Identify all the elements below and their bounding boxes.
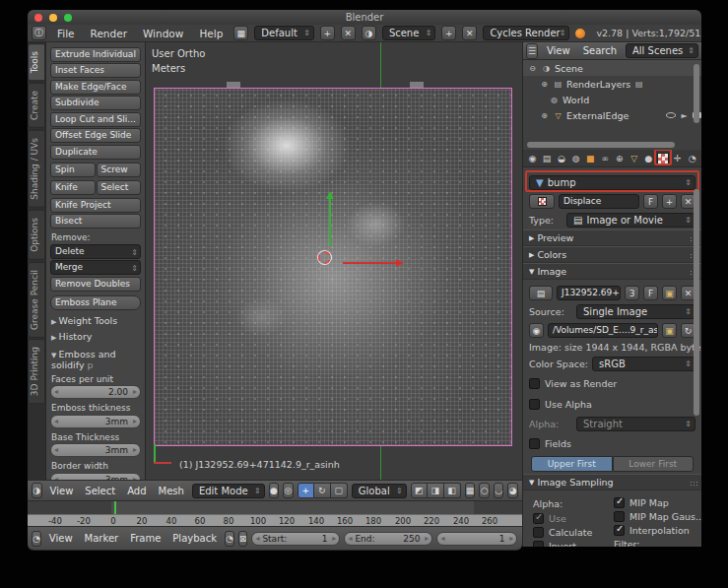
texture-datablock-icon[interactable]: [529, 194, 555, 209]
texture-type-select[interactable]: ▤ Image or Movie: [566, 213, 695, 228]
tab-options[interactable]: Options: [28, 210, 45, 260]
menu-tl-frame[interactable]: Frame: [126, 533, 165, 544]
tab-world-icon[interactable]: ◍: [569, 152, 582, 165]
render-opengl-icon[interactable]: ◕: [507, 483, 518, 498]
calculate-checkbox[interactable]: Calculate: [533, 527, 610, 538]
editor-type-outliner-icon[interactable]: ☰: [526, 43, 538, 59]
outliner-row-scene[interactable]: ⊖ ◑ Scene: [523, 60, 701, 76]
window-titlebar[interactable]: Blender: [28, 10, 701, 25]
delete-menu[interactable]: Delete: [50, 244, 141, 259]
menu-view[interactable]: View: [46, 486, 78, 496]
outliner-v-scrollbar[interactable]: [694, 64, 699, 123]
tab-particles-icon[interactable]: ✛: [672, 152, 685, 165]
expand-icon[interactable]: ⊕: [539, 110, 550, 121]
tab-render-layers-icon[interactable]: ▤: [541, 152, 554, 165]
extrude-individual-button[interactable]: Extrude Individual: [50, 47, 141, 62]
translate-manipulator-y[interactable]: [329, 195, 331, 246]
menu-mesh[interactable]: Mesh: [155, 486, 188, 496]
menu-file[interactable]: File: [52, 28, 80, 39]
tab-material-icon[interactable]: ●: [642, 152, 655, 165]
lower-first-toggle[interactable]: Lower First: [613, 456, 695, 472]
alpha-mode-select[interactable]: Straight: [576, 417, 695, 431]
outliner-row-world[interactable]: ◍ World: [523, 92, 701, 107]
use-alpha-checkbox[interactable]: Use Alpha: [529, 399, 592, 410]
render-engine-select[interactable]: Cycles Render: [483, 26, 569, 40]
colorspace-select[interactable]: sRGB: [592, 357, 695, 371]
tab-object-icon[interactable]: ■: [584, 152, 597, 165]
vertex-select-icon[interactable]: ◩: [411, 483, 428, 498]
add-layout-button[interactable]: +: [320, 26, 335, 40]
remove-doubles-button[interactable]: Remove Doubles: [50, 277, 141, 292]
open-image-icon[interactable]: ▣: [662, 286, 677, 300]
colors-panel-header[interactable]: Colors: [523, 246, 701, 263]
screw-button[interactable]: Screw: [97, 163, 142, 177]
faces-per-unit-slider[interactable]: 2.00: [50, 385, 141, 399]
3d-cursor[interactable]: [318, 251, 331, 264]
rotate-manipulator-icon[interactable]: ↻: [314, 483, 331, 498]
collapse-icon[interactable]: ⊖: [527, 63, 538, 74]
delete-layout-button[interactable]: ✕: [341, 26, 356, 40]
menu-help[interactable]: Help: [194, 28, 228, 39]
end-frame-field[interactable]: End: 250: [344, 532, 432, 546]
knife-select-button[interactable]: Select: [97, 180, 142, 195]
tab-scene-icon[interactable]: ◒: [556, 152, 568, 165]
tab-tools[interactable]: Tools: [28, 43, 45, 81]
duplicate-button[interactable]: Duplicate: [50, 145, 141, 160]
tab-3d-printing[interactable]: 3D Printing: [28, 339, 45, 404]
menu-select[interactable]: Select: [81, 486, 119, 496]
tab-constraints-icon[interactable]: ∞: [599, 152, 612, 165]
editor-type-3dview-icon[interactable]: ◑: [32, 483, 42, 498]
inset-faces-button[interactable]: Inset Faces: [50, 63, 141, 78]
fake-user-button[interactable]: F: [643, 194, 658, 209]
emboss-plane-button[interactable]: Emboss Plane: [50, 295, 141, 310]
tab-shading-uvs[interactable]: Shading / UVs: [28, 130, 45, 208]
emboss-thickness-slider[interactable]: 3mm: [50, 415, 141, 428]
transform-orientation-select[interactable]: Global: [352, 484, 407, 498]
scene-browse-icon[interactable]: ◑: [362, 26, 376, 40]
preview-panel-header[interactable]: Preview: [523, 229, 701, 246]
texture-name-field[interactable]: Displace: [559, 194, 639, 209]
view-as-render-checkbox[interactable]: View as Render: [529, 378, 617, 389]
expand-icon[interactable]: ⊕: [539, 79, 550, 90]
outliner-row-externaledge[interactable]: ⊕ ▽ ExternalEdge ►: [523, 107, 701, 123]
timeline-ruler[interactable]: -40 -20 0 20 40 60 80 100 120 140 160 18…: [28, 501, 522, 526]
face-select-icon[interactable]: ◧: [444, 483, 461, 498]
screen-layout-select[interactable]: Default: [254, 26, 314, 40]
scale-manipulator-icon[interactable]: ▢: [331, 483, 348, 498]
history-panel[interactable]: History: [51, 331, 141, 342]
make-edge-face-button[interactable]: Make Edge/Face: [50, 80, 141, 95]
base-thickness-slider[interactable]: 3mm: [50, 443, 141, 457]
interpolation-checkbox[interactable]: Interpolation: [614, 525, 701, 536]
outliner-h-scrollbar[interactable]: [527, 142, 675, 148]
viewport-shading-icon[interactable]: ●: [269, 483, 280, 498]
outliner-row-renderlayers[interactable]: ⊕ ▤ RenderLayers ▤: [523, 76, 701, 92]
knife-project-button[interactable]: Knife Project: [50, 198, 141, 213]
texture-slot-select[interactable]: ▼ bump: [529, 175, 695, 190]
outliner-filter-select[interactable]: All Scenes: [626, 43, 698, 58]
3d-viewport[interactable]: User Ortho Meters (1) J132952.69+471142.…: [146, 42, 522, 480]
file-image-icon[interactable]: ◉: [529, 323, 544, 338]
fields-checkbox[interactable]: Fields: [529, 438, 571, 449]
invert-checkbox[interactable]: Invert: [533, 541, 610, 547]
editor-type-icon[interactable]: ⓘ: [32, 26, 46, 40]
tab-texture-icon[interactable]: [657, 152, 670, 165]
tab-physics-icon[interactable]: ◔: [686, 152, 698, 165]
preview-range-clock-icon[interactable]: ◔: [225, 531, 234, 547]
visibility-eye-icon[interactable]: [666, 112, 676, 118]
image-path-field[interactable]: /Volumes/SD_E....9_r_asinh.png: [548, 323, 658, 338]
add-scene-button[interactable]: +: [441, 26, 456, 40]
pivot-point-icon[interactable]: ◎: [283, 483, 294, 498]
tab-object-data-icon[interactable]: ▽: [628, 152, 640, 165]
new-texture-button[interactable]: +: [662, 194, 677, 209]
tab-create[interactable]: Create: [28, 83, 45, 128]
image-users-count[interactable]: 3: [625, 286, 639, 300]
occlude-geometry-icon[interactable]: ▦: [465, 483, 476, 498]
snap-magnet-icon[interactable]: ◡: [494, 483, 504, 498]
merge-menu[interactable]: Merge: [50, 260, 141, 275]
image-panel-header[interactable]: Image: [523, 263, 701, 280]
menu-add[interactable]: Add: [123, 486, 150, 496]
menu-tl-marker[interactable]: Marker: [81, 533, 123, 544]
tab-modifiers-icon[interactable]: ⊕: [614, 152, 627, 165]
knife-button[interactable]: Knife: [50, 180, 96, 195]
loop-cut-button[interactable]: Loop Cut and Sli...: [50, 112, 141, 127]
